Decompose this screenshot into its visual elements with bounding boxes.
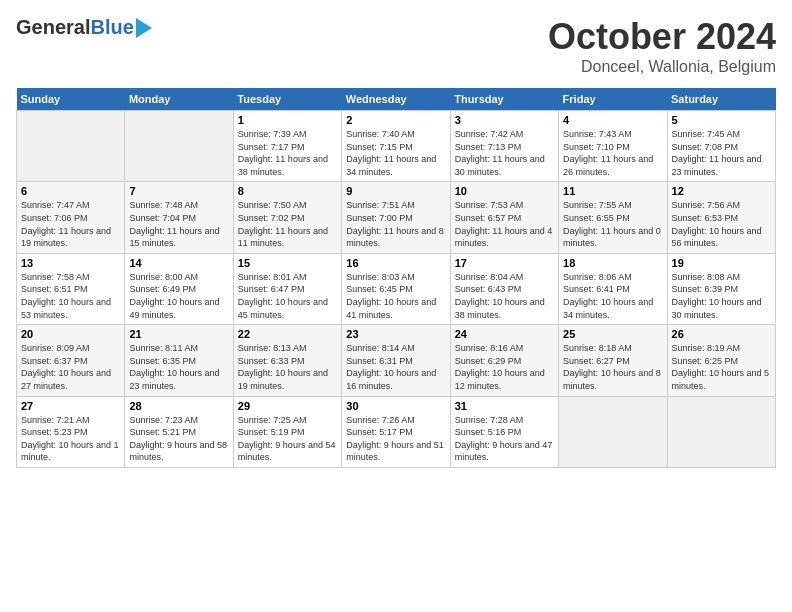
calendar-cell	[559, 396, 667, 467]
column-header-sunday: Sunday	[17, 88, 125, 111]
day-number: 12	[672, 185, 771, 197]
calendar-cell: 12Sunrise: 7:56 AM Sunset: 6:53 PM Dayli…	[667, 182, 775, 253]
day-number: 23	[346, 328, 445, 340]
day-number: 19	[672, 257, 771, 269]
column-header-friday: Friday	[559, 88, 667, 111]
calendar-week-row: 1Sunrise: 7:39 AM Sunset: 7:17 PM Daylig…	[17, 111, 776, 182]
day-number: 1	[238, 114, 337, 126]
day-number: 15	[238, 257, 337, 269]
calendar-cell: 16Sunrise: 8:03 AM Sunset: 6:45 PM Dayli…	[342, 253, 450, 324]
calendar-cell	[667, 396, 775, 467]
day-number: 6	[21, 185, 120, 197]
calendar-cell: 31Sunrise: 7:28 AM Sunset: 5:16 PM Dayli…	[450, 396, 558, 467]
calendar-cell: 25Sunrise: 8:18 AM Sunset: 6:27 PM Dayli…	[559, 325, 667, 396]
day-info: Sunrise: 7:50 AM Sunset: 7:02 PM Dayligh…	[238, 199, 337, 249]
day-info: Sunrise: 7:25 AM Sunset: 5:19 PM Dayligh…	[238, 414, 337, 464]
day-info: Sunrise: 8:01 AM Sunset: 6:47 PM Dayligh…	[238, 271, 337, 321]
calendar-week-row: 6Sunrise: 7:47 AM Sunset: 7:06 PM Daylig…	[17, 182, 776, 253]
calendar-week-row: 20Sunrise: 8:09 AM Sunset: 6:37 PM Dayli…	[17, 325, 776, 396]
logo-arrow-icon	[136, 18, 152, 38]
calendar-cell: 5Sunrise: 7:45 AM Sunset: 7:08 PM Daylig…	[667, 111, 775, 182]
column-header-thursday: Thursday	[450, 88, 558, 111]
page-header: GeneralBlue October 2024 Donceel, Wallon…	[16, 16, 776, 76]
column-header-saturday: Saturday	[667, 88, 775, 111]
calendar-cell: 10Sunrise: 7:53 AM Sunset: 6:57 PM Dayli…	[450, 182, 558, 253]
day-info: Sunrise: 7:28 AM Sunset: 5:16 PM Dayligh…	[455, 414, 554, 464]
calendar-table: SundayMondayTuesdayWednesdayThursdayFrid…	[16, 88, 776, 468]
day-info: Sunrise: 8:09 AM Sunset: 6:37 PM Dayligh…	[21, 342, 120, 392]
day-info: Sunrise: 8:16 AM Sunset: 6:29 PM Dayligh…	[455, 342, 554, 392]
calendar-cell: 15Sunrise: 8:01 AM Sunset: 6:47 PM Dayli…	[233, 253, 341, 324]
calendar-cell: 27Sunrise: 7:21 AM Sunset: 5:23 PM Dayli…	[17, 396, 125, 467]
calendar-cell: 3Sunrise: 7:42 AM Sunset: 7:13 PM Daylig…	[450, 111, 558, 182]
calendar-cell: 22Sunrise: 8:13 AM Sunset: 6:33 PM Dayli…	[233, 325, 341, 396]
logo-general-text: General	[16, 16, 90, 39]
day-info: Sunrise: 7:48 AM Sunset: 7:04 PM Dayligh…	[129, 199, 228, 249]
day-number: 17	[455, 257, 554, 269]
day-number: 30	[346, 400, 445, 412]
day-number: 3	[455, 114, 554, 126]
calendar-cell: 11Sunrise: 7:55 AM Sunset: 6:55 PM Dayli…	[559, 182, 667, 253]
day-info: Sunrise: 7:40 AM Sunset: 7:15 PM Dayligh…	[346, 128, 445, 178]
day-number: 9	[346, 185, 445, 197]
day-number: 22	[238, 328, 337, 340]
day-number: 24	[455, 328, 554, 340]
day-info: Sunrise: 8:06 AM Sunset: 6:41 PM Dayligh…	[563, 271, 662, 321]
day-number: 4	[563, 114, 662, 126]
calendar-cell: 8Sunrise: 7:50 AM Sunset: 7:02 PM Daylig…	[233, 182, 341, 253]
calendar-cell: 13Sunrise: 7:58 AM Sunset: 6:51 PM Dayli…	[17, 253, 125, 324]
calendar-cell: 17Sunrise: 8:04 AM Sunset: 6:43 PM Dayli…	[450, 253, 558, 324]
day-number: 11	[563, 185, 662, 197]
day-info: Sunrise: 8:19 AM Sunset: 6:25 PM Dayligh…	[672, 342, 771, 392]
day-info: Sunrise: 8:03 AM Sunset: 6:45 PM Dayligh…	[346, 271, 445, 321]
day-number: 27	[21, 400, 120, 412]
calendar-cell: 23Sunrise: 8:14 AM Sunset: 6:31 PM Dayli…	[342, 325, 450, 396]
calendar-cell: 19Sunrise: 8:08 AM Sunset: 6:39 PM Dayli…	[667, 253, 775, 324]
calendar-cell: 26Sunrise: 8:19 AM Sunset: 6:25 PM Dayli…	[667, 325, 775, 396]
calendar-cell	[125, 111, 233, 182]
day-info: Sunrise: 7:21 AM Sunset: 5:23 PM Dayligh…	[21, 414, 120, 464]
calendar-header-row: SundayMondayTuesdayWednesdayThursdayFrid…	[17, 88, 776, 111]
calendar-cell: 24Sunrise: 8:16 AM Sunset: 6:29 PM Dayli…	[450, 325, 558, 396]
day-number: 29	[238, 400, 337, 412]
calendar-cell: 29Sunrise: 7:25 AM Sunset: 5:19 PM Dayli…	[233, 396, 341, 467]
day-number: 2	[346, 114, 445, 126]
day-info: Sunrise: 7:26 AM Sunset: 5:17 PM Dayligh…	[346, 414, 445, 464]
month-title: October 2024	[548, 16, 776, 58]
calendar-cell: 1Sunrise: 7:39 AM Sunset: 7:17 PM Daylig…	[233, 111, 341, 182]
day-number: 7	[129, 185, 228, 197]
calendar-cell: 28Sunrise: 7:23 AM Sunset: 5:21 PM Dayli…	[125, 396, 233, 467]
calendar-cell: 14Sunrise: 8:00 AM Sunset: 6:49 PM Dayli…	[125, 253, 233, 324]
day-info: Sunrise: 7:43 AM Sunset: 7:10 PM Dayligh…	[563, 128, 662, 178]
day-number: 14	[129, 257, 228, 269]
day-info: Sunrise: 7:58 AM Sunset: 6:51 PM Dayligh…	[21, 271, 120, 321]
calendar-cell: 6Sunrise: 7:47 AM Sunset: 7:06 PM Daylig…	[17, 182, 125, 253]
calendar-cell: 21Sunrise: 8:11 AM Sunset: 6:35 PM Dayli…	[125, 325, 233, 396]
day-number: 16	[346, 257, 445, 269]
calendar-cell: 30Sunrise: 7:26 AM Sunset: 5:17 PM Dayli…	[342, 396, 450, 467]
day-info: Sunrise: 7:45 AM Sunset: 7:08 PM Dayligh…	[672, 128, 771, 178]
calendar-cell: 4Sunrise: 7:43 AM Sunset: 7:10 PM Daylig…	[559, 111, 667, 182]
location: Donceel, Wallonia, Belgium	[548, 58, 776, 76]
calendar-cell: 9Sunrise: 7:51 AM Sunset: 7:00 PM Daylig…	[342, 182, 450, 253]
day-number: 21	[129, 328, 228, 340]
day-info: Sunrise: 8:18 AM Sunset: 6:27 PM Dayligh…	[563, 342, 662, 392]
calendar-cell: 18Sunrise: 8:06 AM Sunset: 6:41 PM Dayli…	[559, 253, 667, 324]
day-number: 13	[21, 257, 120, 269]
logo-blue-text: Blue	[90, 16, 133, 39]
logo: GeneralBlue	[16, 16, 152, 39]
calendar-cell: 7Sunrise: 7:48 AM Sunset: 7:04 PM Daylig…	[125, 182, 233, 253]
day-number: 25	[563, 328, 662, 340]
day-number: 8	[238, 185, 337, 197]
day-info: Sunrise: 7:51 AM Sunset: 7:00 PM Dayligh…	[346, 199, 445, 249]
day-number: 31	[455, 400, 554, 412]
day-info: Sunrise: 8:14 AM Sunset: 6:31 PM Dayligh…	[346, 342, 445, 392]
calendar-cell: 20Sunrise: 8:09 AM Sunset: 6:37 PM Dayli…	[17, 325, 125, 396]
day-number: 20	[21, 328, 120, 340]
calendar-week-row: 13Sunrise: 7:58 AM Sunset: 6:51 PM Dayli…	[17, 253, 776, 324]
day-info: Sunrise: 7:47 AM Sunset: 7:06 PM Dayligh…	[21, 199, 120, 249]
day-info: Sunrise: 8:13 AM Sunset: 6:33 PM Dayligh…	[238, 342, 337, 392]
day-info: Sunrise: 7:39 AM Sunset: 7:17 PM Dayligh…	[238, 128, 337, 178]
title-block: October 2024 Donceel, Wallonia, Belgium	[548, 16, 776, 76]
day-info: Sunrise: 7:23 AM Sunset: 5:21 PM Dayligh…	[129, 414, 228, 464]
